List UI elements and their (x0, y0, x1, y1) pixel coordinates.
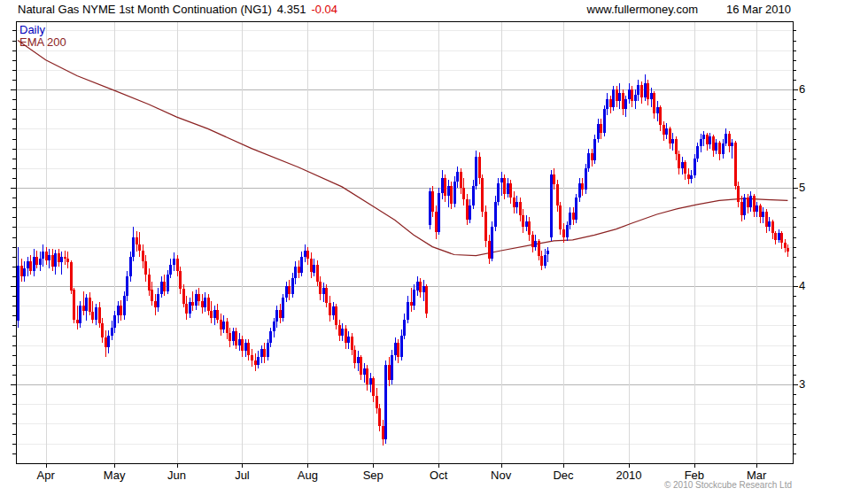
candlestick-series (17, 74, 789, 446)
candle-up (762, 212, 764, 218)
candle-down (51, 255, 54, 267)
x-axis-label: Apr (27, 469, 66, 482)
candle-down (35, 257, 38, 265)
candle-up (578, 183, 581, 198)
candle-down (503, 178, 506, 194)
candle-up (167, 275, 169, 291)
candle-down (66, 259, 69, 262)
candle-down (163, 282, 166, 291)
candle-up (132, 237, 135, 257)
candle-up (438, 193, 440, 232)
candle-up (725, 134, 727, 143)
candle-down (771, 221, 774, 233)
candle-down (591, 153, 593, 160)
candle-down (460, 172, 462, 188)
candle-up (606, 99, 608, 109)
candle-up (743, 198, 746, 215)
candle-up (612, 89, 615, 107)
candle-up (429, 191, 431, 225)
candle-down (136, 237, 138, 245)
candle-up (79, 306, 81, 323)
candle-up (304, 251, 306, 257)
candle-up (534, 241, 537, 247)
candle-down (64, 257, 66, 259)
candle-up (756, 205, 758, 212)
candle-down (609, 99, 612, 107)
x-axis-label: Nov (482, 469, 521, 482)
candle-down (600, 124, 602, 133)
candle-down (562, 229, 565, 237)
y-axis-label: 4 (799, 279, 820, 292)
candle-up (690, 175, 693, 179)
candle-up (257, 357, 260, 365)
candle-up (204, 298, 206, 307)
candle-up (634, 95, 637, 102)
candle-down (20, 266, 23, 276)
candle-up (637, 85, 639, 95)
candle-down (640, 85, 643, 97)
candle-down (319, 282, 322, 294)
candle-up (469, 205, 471, 220)
candle-down (435, 212, 438, 232)
candle-down (787, 248, 789, 252)
x-axis-label: Aug (288, 469, 327, 482)
candle-down (687, 174, 690, 180)
candle-down (105, 337, 107, 347)
candle-down (747, 198, 749, 207)
candle-up (39, 259, 42, 265)
candle-up (715, 143, 717, 151)
x-axis-label: Feb (675, 469, 714, 482)
candle-down (279, 310, 282, 318)
candle-down (144, 261, 147, 274)
candle-up (17, 266, 19, 321)
candle-down (509, 183, 512, 198)
candle-down (519, 202, 522, 216)
candle-down (559, 205, 562, 229)
candle-down (335, 306, 337, 325)
chart-canvas (0, 0, 868, 496)
candle-down (653, 93, 655, 112)
candle-up (656, 107, 659, 113)
candle-up (722, 143, 725, 154)
candle-up (603, 109, 606, 133)
candle-down (101, 323, 104, 337)
x-axis-label: Dec (544, 469, 583, 482)
candle-up (347, 337, 350, 344)
candle-down (678, 154, 680, 168)
candle-down (734, 143, 737, 186)
candle-up (681, 162, 684, 168)
candle-down (774, 233, 777, 240)
candle-down (210, 311, 213, 318)
x-axis-label: Oct (419, 469, 458, 482)
candle-up (624, 99, 627, 109)
candle-down (488, 241, 491, 259)
x-axis-label: Jul (222, 469, 261, 482)
candle-up (384, 365, 387, 439)
candle-up (403, 320, 406, 336)
candle-up (60, 257, 63, 263)
legend-daily: Daily (19, 23, 45, 36)
candle-up (422, 286, 425, 292)
candle-down (45, 252, 48, 260)
candle-down (765, 212, 768, 228)
candle-up (544, 255, 546, 266)
x-axis-label: Jun (158, 469, 197, 482)
candle-down (478, 157, 481, 178)
candle-up (322, 288, 325, 294)
candle-up (416, 282, 419, 291)
candle-up (497, 183, 500, 202)
candle-down (382, 426, 384, 440)
candle-up (232, 331, 235, 341)
candle-down (572, 213, 575, 220)
candle-down (663, 125, 665, 135)
candle-down (198, 294, 200, 301)
candle-up (507, 183, 509, 194)
candle-down (288, 286, 291, 294)
candle-down (82, 306, 85, 311)
candle-up (157, 294, 159, 308)
candle-down (647, 83, 649, 99)
candle-up (585, 168, 587, 190)
candle-down (251, 355, 253, 361)
candle-up (700, 139, 702, 147)
candle-up (566, 225, 569, 236)
